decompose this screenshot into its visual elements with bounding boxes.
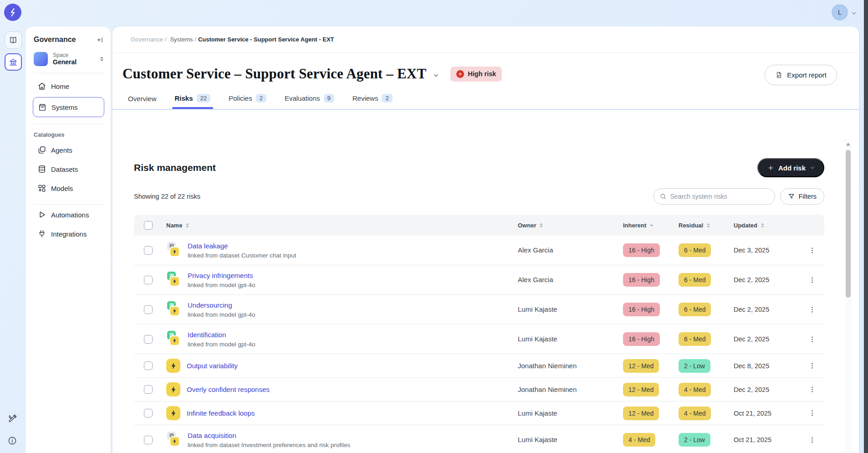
row-checkbox[interactable] [144,335,153,344]
user-avatar[interactable]: L [832,4,848,21]
row-menu-kebab-icon[interactable] [807,384,818,395]
info-icon[interactable] [7,436,17,446]
risk-name-link[interactable]: Data acquisition [188,431,350,440]
column-sort-name[interactable]: Name [166,222,190,229]
row-menu-kebab-icon[interactable] [807,360,818,371]
row-menu-kebab-icon[interactable] [807,434,818,446]
tabs-bottom-border [112,109,859,110]
tools-icon[interactable] [7,414,17,424]
space-label: Space [53,52,98,58]
space-avatar [34,52,48,66]
row-residual-cell: 6 - Med [679,303,734,316]
select-all-checkbox[interactable] [144,221,153,230]
row-checkbox[interactable] [144,409,153,417]
owner-name: Lumi Kajaste [518,335,557,343]
search-input[interactable] [670,193,769,200]
column-sort-owner[interactable]: Owner [518,222,623,229]
space-selector[interactable]: Space General [34,52,105,66]
kebab-icon [808,247,816,254]
scrollbar-thumb[interactable] [846,150,851,298]
table-row: Data acquisitionlinked from dataset Inve… [134,425,824,453]
risk-name-link[interactable]: Privacy infringements [188,271,255,280]
kebab-icon [808,335,816,343]
row-checkbox[interactable] [144,361,153,370]
sidebar-item-models[interactable]: Models [33,179,104,197]
risk-name-link[interactable]: Undersourcing [188,301,255,309]
updated-date: Oct 21, 2025 [734,436,771,443]
sidebar-item-systems[interactable]: Systems [33,97,104,117]
tab-policies[interactable]: Policies2 [229,94,266,109]
updated-date: Dec 3, 2025 [734,247,769,254]
breadcrumb-item[interactable]: Governance [131,36,163,43]
sidebar-item-datasets[interactable]: Datasets [33,160,104,178]
sidebar-item-integrations[interactable]: Integrations [33,225,104,243]
grid-plus-icon [37,184,46,193]
row-checkbox[interactable] [144,305,153,314]
row-checkbox[interactable] [144,385,153,394]
row-name-cell: Overly confident responses [158,382,518,396]
risk-name-link[interactable]: Output variability [187,361,238,370]
sidebar-collapse-button[interactable] [97,36,104,44]
column-name: Name [158,222,518,229]
sidebar-item-label: Models [51,185,73,192]
tab-reviews[interactable]: Reviews2 [352,94,393,109]
row-checkbox[interactable] [144,246,153,255]
risk-name-link[interactable]: Infinite feedback loops [187,409,255,417]
row-checkbox-cell [134,276,158,284]
chevron-down-icon [810,165,815,170]
risk-name-link[interactable]: Identification [188,330,255,339]
title-chevron-icon[interactable] [433,72,439,79]
governance-rail-button[interactable] [5,53,22,71]
sort-both-icon [760,222,766,228]
tab-evaluations[interactable]: Evaluations9 [285,94,334,109]
tab-label: Policies [229,94,252,102]
archive-icon [38,103,47,112]
tab-risks[interactable]: Risks22 [175,94,211,109]
table-row: Undersourcinglinked from model gpt-4oLum… [134,295,824,324]
header-checkbox-cell [134,221,158,230]
column-label: Updated [734,222,757,229]
sidebar-item-agents[interactable]: Agents [33,141,104,159]
row-checkbox[interactable] [144,436,153,444]
sidebar-item-automations[interactable]: Automations [33,206,104,224]
sort-both-icon [184,222,190,228]
risk-name-link[interactable]: Overly confident responses [187,385,270,394]
sidebar-item-home[interactable]: Home [33,77,104,95]
row-checkbox[interactable] [144,276,153,284]
risk-name-link[interactable]: Data leakage [188,242,296,250]
scrollbar-up-arrow[interactable] [846,142,851,146]
sort-both [184,222,190,228]
row-inherent-cell: 16 - High [623,273,679,287]
filters-button[interactable]: Filters [780,188,824,205]
export-report-button[interactable]: Export report [765,65,837,85]
library-rail-button[interactable] [5,31,22,49]
account-menu-chevron-icon[interactable] [851,10,857,16]
owner-name: Jonathan Nieminen [518,362,577,370]
kebab-icon [808,436,816,444]
tab-overview[interactable]: Overview [128,95,157,109]
filter-icon [788,193,795,200]
bolt-icon [169,386,178,394]
row-menu-kebab-icon[interactable] [807,245,818,256]
column-sort-residual[interactable]: Residual [679,222,734,229]
row-checkbox-cell [134,305,158,314]
row-residual-cell: 2 - Low [679,359,734,373]
add-risk-button[interactable]: Add risk [757,158,824,177]
app-logo[interactable] [4,4,21,21]
top-bar: L [0,0,868,26]
column-sort-updated[interactable]: Updated [734,222,800,229]
risk-linked-subtitle: linked from dataset Investment preferenc… [188,442,350,448]
breadcrumb-item[interactable]: Systems [170,36,193,43]
row-menu-kebab-icon[interactable] [807,407,818,419]
row-owner-cell: Lumi Kajaste [518,436,623,444]
row-menu-kebab-icon[interactable] [807,334,818,345]
row-menu-kebab-icon[interactable] [807,274,818,286]
residual-risk-badge: 6 - Med [679,273,711,287]
row-residual-cell: 6 - Med [679,273,734,287]
row-inherent-cell: 16 - High [623,332,679,346]
column-sort-inherent[interactable]: Inherent [623,222,679,229]
table-row: Overly confident responsesJonathan Niemi… [134,378,824,402]
row-menu-kebab-icon[interactable] [807,304,818,315]
database-icon [37,165,46,174]
scroll-content: Risk management Add risk Showing 22 of 2… [112,139,859,453]
